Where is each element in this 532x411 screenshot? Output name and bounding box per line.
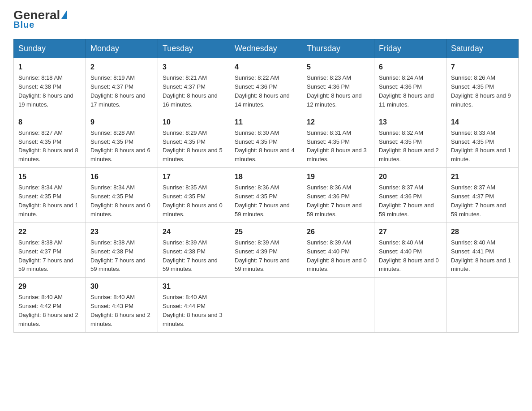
day-number: 18 [235, 171, 297, 182]
calendar-cell: 19 Sunrise: 8:36 AMSunset: 4:36 PMDaylig… [302, 168, 374, 223]
day-number: 3 [163, 62, 225, 72]
calendar-cell: 8 Sunrise: 8:27 AMSunset: 4:35 PMDayligh… [14, 113, 86, 168]
day-number: 23 [90, 227, 153, 237]
calendar-cell: 30 Sunrise: 8:40 AMSunset: 4:43 PMDaylig… [86, 278, 158, 333]
logo: General Blue [13, 9, 67, 30]
weekday-header-saturday: Saturday [446, 39, 519, 58]
weekday-header-sunday: Sunday [14, 39, 86, 58]
calendar-cell: 25 Sunrise: 8:39 AMSunset: 4:39 PMDaylig… [230, 223, 302, 278]
day-number: 11 [235, 117, 297, 127]
day-number: 9 [90, 117, 153, 127]
calendar-cell: 3 Sunrise: 8:21 AMSunset: 4:37 PMDayligh… [158, 58, 230, 113]
day-info: Sunrise: 8:29 AMSunset: 4:35 PMDaylight:… [163, 129, 223, 163]
day-info: Sunrise: 8:19 AMSunset: 4:37 PMDaylight:… [90, 74, 146, 108]
calendar-cell [230, 278, 302, 333]
day-info: Sunrise: 8:37 AMSunset: 4:37 PMDaylight:… [451, 184, 506, 218]
weekday-header-tuesday: Tuesday [158, 39, 230, 58]
day-info: Sunrise: 8:39 AMSunset: 4:39 PMDaylight:… [235, 239, 290, 273]
logo-triangle-icon [61, 10, 67, 19]
day-number: 2 [90, 62, 153, 72]
day-info: Sunrise: 8:21 AMSunset: 4:37 PMDaylight:… [163, 74, 218, 108]
day-info: Sunrise: 8:28 AMSunset: 4:35 PMDaylight:… [90, 129, 150, 163]
day-number: 30 [90, 281, 153, 291]
day-number: 20 [379, 171, 442, 182]
day-number: 8 [18, 117, 81, 127]
calendar-cell: 16 Sunrise: 8:34 AMSunset: 4:35 PMDaylig… [86, 168, 158, 223]
day-info: Sunrise: 8:36 AMSunset: 4:35 PMDaylight:… [235, 184, 290, 218]
calendar-cell [374, 278, 446, 333]
day-number: 12 [307, 117, 369, 127]
calendar-cell: 21 Sunrise: 8:37 AMSunset: 4:37 PMDaylig… [446, 168, 519, 223]
day-number: 15 [18, 171, 81, 182]
day-number: 1 [18, 62, 81, 72]
day-info: Sunrise: 8:39 AMSunset: 4:38 PMDaylight:… [163, 239, 218, 273]
calendar-cell: 7 Sunrise: 8:26 AMSunset: 4:35 PMDayligh… [446, 58, 519, 113]
weekday-header-friday: Friday [374, 39, 446, 58]
calendar-cell: 10 Sunrise: 8:29 AMSunset: 4:35 PMDaylig… [158, 113, 230, 168]
calendar-cell: 23 Sunrise: 8:38 AMSunset: 4:38 PMDaylig… [86, 223, 158, 278]
week-row-2: 8 Sunrise: 8:27 AMSunset: 4:35 PMDayligh… [14, 113, 519, 168]
calendar-cell: 29 Sunrise: 8:40 AMSunset: 4:42 PMDaylig… [14, 278, 86, 333]
calendar-cell: 15 Sunrise: 8:34 AMSunset: 4:35 PMDaylig… [14, 168, 86, 223]
day-info: Sunrise: 8:32 AMSunset: 4:35 PMDaylight:… [379, 129, 439, 163]
calendar-cell: 12 Sunrise: 8:31 AMSunset: 4:35 PMDaylig… [302, 113, 374, 168]
day-info: Sunrise: 8:18 AMSunset: 4:38 PMDaylight:… [18, 74, 73, 108]
calendar-cell: 13 Sunrise: 8:32 AMSunset: 4:35 PMDaylig… [374, 113, 446, 168]
day-info: Sunrise: 8:39 AMSunset: 4:40 PMDaylight:… [307, 239, 367, 273]
calendar-cell: 11 Sunrise: 8:30 AMSunset: 4:35 PMDaylig… [230, 113, 302, 168]
day-info: Sunrise: 8:38 AMSunset: 4:37 PMDaylight:… [18, 239, 73, 273]
day-number: 4 [235, 62, 297, 72]
calendar-cell: 20 Sunrise: 8:37 AMSunset: 4:36 PMDaylig… [374, 168, 446, 223]
week-row-4: 22 Sunrise: 8:38 AMSunset: 4:37 PMDaylig… [14, 223, 519, 278]
day-number: 13 [379, 117, 442, 127]
calendar-cell: 5 Sunrise: 8:23 AMSunset: 4:36 PMDayligh… [302, 58, 374, 113]
day-number: 25 [235, 227, 297, 237]
day-number: 6 [379, 62, 442, 72]
day-info: Sunrise: 8:36 AMSunset: 4:36 PMDaylight:… [307, 184, 362, 218]
calendar-cell [446, 278, 519, 333]
day-number: 31 [163, 281, 225, 291]
day-info: Sunrise: 8:22 AMSunset: 4:36 PMDaylight:… [235, 74, 290, 108]
day-info: Sunrise: 8:40 AMSunset: 4:40 PMDaylight:… [379, 239, 439, 273]
day-number: 29 [18, 281, 81, 291]
calendar-cell: 26 Sunrise: 8:39 AMSunset: 4:40 PMDaylig… [302, 223, 374, 278]
calendar-cell: 6 Sunrise: 8:24 AMSunset: 4:36 PMDayligh… [374, 58, 446, 113]
calendar-cell [302, 278, 374, 333]
week-row-5: 29 Sunrise: 8:40 AMSunset: 4:42 PMDaylig… [14, 278, 519, 333]
day-info: Sunrise: 8:34 AMSunset: 4:35 PMDaylight:… [90, 184, 150, 218]
calendar-cell: 14 Sunrise: 8:33 AMSunset: 4:35 PMDaylig… [446, 113, 519, 168]
day-info: Sunrise: 8:34 AMSunset: 4:35 PMDaylight:… [18, 184, 78, 218]
week-row-1: 1 Sunrise: 8:18 AMSunset: 4:38 PMDayligh… [14, 58, 519, 113]
day-number: 26 [307, 227, 369, 237]
logo-blue: Blue [13, 20, 34, 30]
calendar-cell: 17 Sunrise: 8:35 AMSunset: 4:35 PMDaylig… [158, 168, 230, 223]
calendar-cell: 24 Sunrise: 8:39 AMSunset: 4:38 PMDaylig… [158, 223, 230, 278]
day-info: Sunrise: 8:24 AMSunset: 4:36 PMDaylight:… [379, 74, 434, 108]
day-number: 16 [90, 171, 153, 182]
day-number: 7 [451, 62, 514, 72]
day-number: 5 [307, 62, 369, 72]
day-info: Sunrise: 8:40 AMSunset: 4:41 PMDaylight:… [451, 239, 511, 273]
day-number: 22 [18, 227, 81, 237]
day-info: Sunrise: 8:37 AMSunset: 4:36 PMDaylight:… [379, 184, 434, 218]
calendar-cell: 9 Sunrise: 8:28 AMSunset: 4:35 PMDayligh… [86, 113, 158, 168]
day-number: 10 [163, 117, 225, 127]
day-number: 24 [163, 227, 225, 237]
weekday-header-wednesday: Wednesday [230, 39, 302, 58]
calendar-cell: 31 Sunrise: 8:40 AMSunset: 4:44 PMDaylig… [158, 278, 230, 333]
day-info: Sunrise: 8:33 AMSunset: 4:35 PMDaylight:… [451, 129, 511, 163]
day-number: 21 [451, 171, 514, 182]
calendar-cell: 27 Sunrise: 8:40 AMSunset: 4:40 PMDaylig… [374, 223, 446, 278]
day-number: 14 [451, 117, 514, 127]
day-info: Sunrise: 8:38 AMSunset: 4:38 PMDaylight:… [90, 239, 146, 273]
calendar-cell: 1 Sunrise: 8:18 AMSunset: 4:38 PMDayligh… [14, 58, 86, 113]
day-info: Sunrise: 8:30 AMSunset: 4:35 PMDaylight:… [235, 129, 295, 163]
calendar-table: SundayMondayTuesdayWednesdayThursdayFrid… [13, 39, 519, 333]
calendar-cell: 22 Sunrise: 8:38 AMSunset: 4:37 PMDaylig… [14, 223, 86, 278]
day-info: Sunrise: 8:31 AMSunset: 4:35 PMDaylight:… [307, 129, 367, 163]
calendar-cell: 2 Sunrise: 8:19 AMSunset: 4:37 PMDayligh… [86, 58, 158, 113]
day-info: Sunrise: 8:40 AMSunset: 4:43 PMDaylight:… [90, 294, 150, 327]
day-info: Sunrise: 8:35 AMSunset: 4:35 PMDaylight:… [163, 184, 223, 218]
day-info: Sunrise: 8:40 AMSunset: 4:44 PMDaylight:… [163, 294, 223, 327]
weekday-header-row: SundayMondayTuesdayWednesdayThursdayFrid… [14, 39, 519, 58]
